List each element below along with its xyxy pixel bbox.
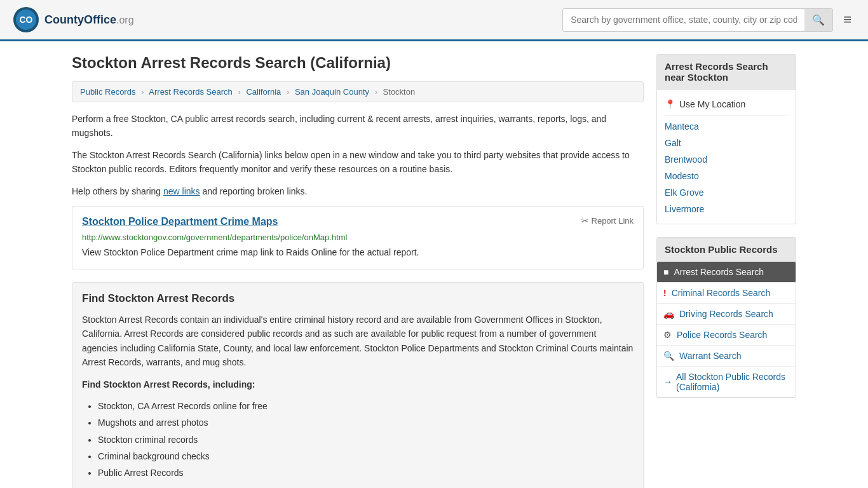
- resource-description: View Stockton Police Department crime ma…: [82, 246, 634, 259]
- sidebar-public-records-heading: Stockton Public Records: [656, 237, 796, 262]
- logo-area[interactable]: CO CountyOffice.org: [13, 6, 134, 33]
- search-bar: 🔍: [562, 8, 833, 32]
- description-2: The Stockton Arrest Records Search (Cali…: [72, 148, 644, 177]
- sidebar-item-police-records[interactable]: ⚙ Police Records Search: [657, 325, 796, 346]
- report-link[interactable]: ✂ Report Link: [581, 216, 634, 226]
- find-section-title: Find Stockton Arrest Records: [82, 292, 634, 305]
- sidebar-public-records-content: ■ Arrest Records Search ! Criminal Recor…: [656, 262, 796, 398]
- sidebar-item-criminal-records[interactable]: ! Criminal Records Search: [657, 283, 796, 304]
- find-section-body: Stockton Arrest Records contain an indiv…: [82, 313, 634, 370]
- resource-url: http://www.stocktongov.com/government/de…: [82, 233, 634, 242]
- search-input[interactable]: [563, 10, 804, 30]
- list-item: Stockton, CA Arrest Records online for f…: [98, 399, 634, 413]
- arrest-records-icon: ■: [663, 267, 668, 277]
- site-header: CO CountyOffice.org 🔍 ≡: [0, 0, 868, 41]
- sidebar-item-driving-records[interactable]: 🚗 Driving Records Search: [657, 304, 796, 325]
- content-area: Stockton Arrest Records Search (Californ…: [72, 54, 644, 488]
- breadcrumb-public-records[interactable]: Public Records: [80, 87, 135, 97]
- all-records-arrow-icon: →: [663, 377, 672, 387]
- list-item: Public Arrest Records: [98, 466, 634, 480]
- list-item: Mugshots and arrest photos: [98, 416, 634, 430]
- find-items-list: Stockton, CA Arrest Records online for f…: [82, 399, 634, 480]
- sidebar-nearby-section: Arrest Records Search near Stockton 📍 Us…: [656, 54, 796, 224]
- list-item: Stockton criminal records: [98, 433, 634, 447]
- breadcrumb-stockton: Stockton: [383, 87, 416, 97]
- logo-icon: CO: [13, 6, 39, 33]
- sidebar-location-livermore[interactable]: Livermore: [665, 201, 788, 217]
- new-links-link[interactable]: new links: [163, 186, 200, 196]
- find-section: Find Stockton Arrest Records Stockton Ar…: [72, 282, 644, 488]
- report-icon: ✂: [581, 216, 588, 226]
- police-records-icon: ⚙: [663, 330, 672, 340]
- menu-icon[interactable]: ≡: [839, 8, 855, 32]
- sidebar-location-elk-grove[interactable]: Elk Grove: [665, 184, 788, 201]
- sidebar-item-arrest-records[interactable]: ■ Arrest Records Search: [657, 262, 796, 283]
- breadcrumb: Public Records › Arrest Records Search ›…: [72, 81, 644, 102]
- location-dot-icon: 📍: [665, 99, 675, 109]
- find-including-label: Find Stockton Arrest Records, including:: [82, 377, 634, 391]
- sidebar-nearby-heading: Arrest Records Search near Stockton: [656, 54, 796, 90]
- sidebar-location-modesto[interactable]: Modesto: [665, 168, 788, 184]
- page-title: Stockton Arrest Records Search (Californ…: [72, 54, 644, 72]
- sidebar-nearby-content: 📍 Use My Location Manteca Galt Brentwood…: [656, 90, 796, 224]
- driving-records-icon: 🚗: [663, 309, 674, 319]
- sidebar-item-warrant-search[interactable]: 🔍 Warrant Search: [657, 346, 796, 367]
- sidebar-location-brentwood[interactable]: Brentwood: [665, 151, 788, 168]
- search-button[interactable]: 🔍: [804, 9, 832, 31]
- warrant-search-icon: 🔍: [663, 351, 674, 361]
- resource-card-header: Stockton Police Department Crime Maps ✂ …: [82, 216, 634, 227]
- sidebar: Arrest Records Search near Stockton 📍 Us…: [656, 54, 796, 488]
- criminal-records-icon: !: [663, 288, 667, 298]
- main-container: Stockton Arrest Records Search (Californ…: [59, 41, 809, 488]
- breadcrumb-california[interactable]: California: [246, 87, 281, 97]
- svg-text:CO: CO: [20, 15, 33, 25]
- breadcrumb-arrest-records-search[interactable]: Arrest Records Search: [149, 87, 233, 97]
- list-item: Criminal background checks: [98, 449, 634, 463]
- resource-card: Stockton Police Department Crime Maps ✂ …: [72, 206, 644, 269]
- description-1: Perform a free Stockton, CA public arres…: [72, 112, 644, 140]
- sidebar-location-galt[interactable]: Galt: [665, 135, 788, 151]
- sidebar-public-records-section: Stockton Public Records ■ Arrest Records…: [656, 237, 796, 398]
- logo-text: CountyOffice.org: [44, 13, 134, 27]
- use-my-location[interactable]: 📍 Use My Location: [665, 96, 788, 112]
- resource-title[interactable]: Stockton Police Department Crime Maps: [82, 216, 278, 227]
- breadcrumb-san-joaquin-county[interactable]: San Joaquin County: [295, 87, 369, 97]
- header-right: 🔍 ≡: [562, 8, 855, 32]
- sidebar-divider: [665, 115, 788, 116]
- description-3: Help others by sharing new links and rep…: [72, 184, 644, 198]
- sidebar-location-manteca[interactable]: Manteca: [665, 118, 788, 135]
- all-public-records-link[interactable]: → All Stockton Public Records (Californi…: [657, 367, 796, 397]
